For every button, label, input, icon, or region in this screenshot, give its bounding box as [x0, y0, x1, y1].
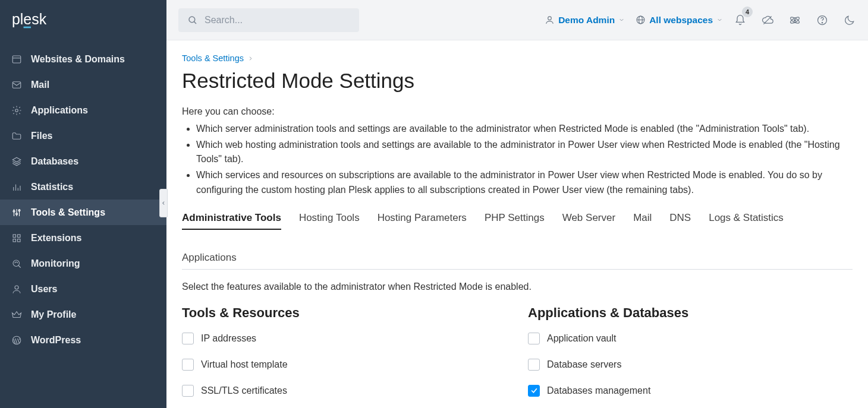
sidebar-item-applications[interactable]: Applications [0, 97, 166, 123]
sidebar-item-extensions[interactable]: Extensions [0, 225, 166, 251]
sidebar-item-label: Monitoring [31, 258, 80, 269]
sidebar: plesk Websites & Domains Mail Applicatio… [0, 0, 166, 408]
tabs: Administrative ToolsHosting ToolsHosting… [182, 207, 853, 270]
cloud-icon[interactable] [761, 14, 774, 27]
setting-label: IP addresses [201, 333, 256, 344]
setting-ip-addresses: IP addresses [182, 333, 507, 344]
checkbox[interactable] [182, 333, 194, 344]
breadcrumb-link[interactable]: Tools & Settings [182, 53, 244, 63]
sidebar-item-files[interactable]: Files [0, 123, 166, 148]
svg-line-3 [194, 21, 196, 24]
svg-rect-1 [24, 27, 31, 29]
sidebar-item-label: Statistics [31, 182, 73, 192]
tab-web-server[interactable]: Web Server [562, 207, 615, 230]
sidebar-collapse-toggle[interactable] [159, 189, 168, 217]
user-label: Demo Admin [558, 15, 615, 26]
tab-mail[interactable]: Mail [633, 207, 652, 230]
checkbox[interactable] [182, 359, 194, 371]
setting-database-servers: Database servers [528, 359, 853, 371]
setting-label: Application vault [547, 333, 617, 344]
intro-bullet: Which services and resources on subscrip… [196, 168, 853, 198]
setting-databases-management: Databases management [528, 385, 853, 397]
intro-bullet: Which web hosting administration tools a… [196, 138, 853, 167]
notifications-icon[interactable]: 4 [734, 14, 747, 27]
intro-lead: Here you can choose: [182, 105, 853, 119]
sidebar-item-users[interactable]: Users [0, 276, 166, 302]
intro: Here you can choose: Which server admini… [182, 105, 853, 198]
setting-ssl-tls-certificates: SSL/TLS certificates [182, 385, 507, 397]
user-menu[interactable]: Demo Admin [545, 15, 625, 26]
user-icon [11, 283, 23, 295]
tab-dns[interactable]: DNS [669, 207, 691, 230]
svg-point-11 [794, 19, 796, 21]
search-input[interactable] [205, 15, 351, 26]
page-title: Restricted Mode Settings [182, 69, 853, 93]
tab-hosting-parameters[interactable]: Hosting Parameters [378, 207, 467, 230]
setting-virtual-host-template: Virtual host template [182, 359, 507, 371]
sliders-icon [11, 207, 23, 219]
checkbox[interactable] [528, 385, 540, 397]
atom-icon[interactable] [788, 14, 801, 27]
svg-text:plesk: plesk [12, 11, 47, 27]
svg-point-4 [548, 17, 552, 20]
sidebar-item-label: Extensions [31, 233, 81, 243]
sidebar-item-label: Tools & Settings [31, 207, 105, 218]
tab-administrative-tools[interactable]: Administrative Tools [182, 207, 281, 230]
eye-icon [11, 258, 23, 270]
svg-point-13 [822, 22, 822, 23]
tab-applications[interactable]: Applications [182, 247, 237, 270]
section-tools-resources: Tools & ResourcesIP addressesVirtual hos… [182, 305, 507, 408]
sidebar-item-statistics[interactable]: Statistics [0, 174, 166, 200]
crown-icon [11, 309, 23, 321]
sidebar-item-databases[interactable]: Databases [0, 148, 166, 174]
section-title: Tools & Resources [182, 305, 507, 321]
mail-icon [11, 79, 23, 91]
tab-logs-statistics[interactable]: Logs & Statistics [709, 207, 784, 230]
setting-application-vault: Application vault [528, 333, 853, 344]
section-applications-databases: Applications & DatabasesApplication vaul… [528, 305, 853, 408]
dark-mode-icon[interactable] [843, 14, 856, 27]
sidebar-item-monitoring[interactable]: Monitoring [0, 251, 166, 276]
setting-label: SSL/TLS certificates [201, 385, 287, 396]
sidebar-item-label: Users [31, 284, 57, 295]
wordpress-icon [11, 334, 23, 346]
stack-icon [11, 156, 23, 167]
intro-bullet: Which server administration tools and se… [196, 122, 853, 137]
sidebar-item-label: My Profile [31, 309, 76, 320]
sidebar-item-label: Applications [31, 105, 88, 116]
setting-label: Database servers [547, 359, 621, 370]
sidebar-item-tools-settings[interactable]: Tools & Settings [0, 200, 166, 225]
tab-hosting-tools[interactable]: Hosting Tools [299, 207, 360, 230]
webspaces-menu[interactable]: All webspaces [636, 15, 723, 26]
sidebar-item-websites-domains[interactable]: Websites & Domains [0, 46, 166, 72]
bars-icon [11, 181, 23, 193]
sidebar-item-wordpress[interactable]: WordPress [0, 327, 166, 353]
sidebar-item-label: Websites & Domains [31, 54, 125, 65]
sidebar-item-label: WordPress [31, 335, 81, 346]
folder-icon [11, 130, 23, 142]
setting-label: Databases management [547, 385, 650, 396]
window-icon [11, 53, 23, 65]
checkbox[interactable] [528, 333, 540, 344]
sidebar-item-my-profile[interactable]: My Profile [0, 302, 166, 327]
sidebar-item-mail[interactable]: Mail [0, 72, 166, 97]
sidebar-item-label: Mail [31, 80, 49, 90]
sidebar-item-label: Databases [31, 156, 78, 167]
help-icon[interactable] [816, 14, 829, 27]
gear-icon [11, 105, 23, 116]
checkbox[interactable] [528, 359, 540, 371]
svg-point-2 [189, 17, 195, 23]
webspaces-label: All webspaces [649, 15, 713, 26]
logo[interactable]: plesk [0, 0, 166, 40]
search-icon [187, 14, 199, 26]
sidebar-item-label: Files [31, 131, 52, 141]
breadcrumb: Tools & Settings [182, 53, 853, 63]
search-field[interactable] [178, 8, 359, 32]
checkbox[interactable] [182, 385, 194, 397]
tab-php-settings[interactable]: PHP Settings [485, 207, 545, 230]
topbar: Demo Admin All webspaces 4 [166, 0, 868, 40]
section-title: Applications & Databases [528, 305, 853, 321]
notifications-badge: 4 [742, 7, 753, 17]
tab-description: Select the features available to the adm… [182, 282, 853, 292]
setting-label: Virtual host template [201, 359, 288, 370]
